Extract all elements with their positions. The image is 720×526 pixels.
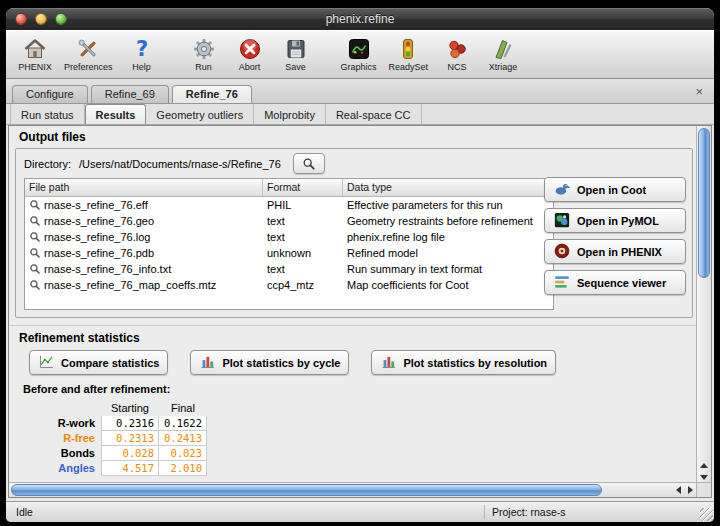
before-after-label: Before and after refinement: xyxy=(23,383,170,395)
tab-run-status[interactable]: Run status xyxy=(10,104,85,124)
save-icon xyxy=(283,36,309,62)
scroll-left-icon[interactable] xyxy=(676,486,681,494)
stat-final-value: 0.023 xyxy=(159,446,207,461)
titlebar[interactable]: phenix.refine xyxy=(6,8,714,30)
compare-statistics-button[interactable]: Compare statistics xyxy=(29,350,168,375)
toolbar-button-preferences[interactable]: Preferences xyxy=(60,35,117,73)
toolbar-label: ReadySet xyxy=(389,62,429,72)
toolbar-button-xtriage[interactable]: Xtriage xyxy=(482,35,524,73)
column-header-data-type[interactable]: Data type xyxy=(343,179,553,196)
vertical-scrollbar[interactable] xyxy=(696,126,711,482)
table-row[interactable]: rnase-s_refine_76_map_coeffs.mtz ccp4_mt… xyxy=(25,277,553,293)
open-buttons-column: Open in Coot Open in PyMOL Open in PHENI… xyxy=(544,177,686,295)
stat-label: R-work xyxy=(43,416,101,431)
browse-directory-button[interactable] xyxy=(293,153,325,174)
toolbar-button-graphics[interactable]: Graphics xyxy=(337,35,381,73)
plot-statistics-by-cycle-button[interactable]: Plot statistics by cycle xyxy=(190,350,349,375)
table-row[interactable]: rnase-s_refine_76_info.txt text Run summ… xyxy=(25,261,553,277)
close-tab-button[interactable]: × xyxy=(690,85,708,100)
file-name: rnase-s_refine_76.eff xyxy=(44,199,148,211)
file-name: rnase-s_refine_76.pdb xyxy=(44,247,154,259)
button-label: Plot statistics by resolution xyxy=(403,357,547,369)
coot-bird-icon xyxy=(553,180,571,200)
sequence-viewer-button[interactable]: Sequence viewer xyxy=(544,270,686,295)
toolbar-button-abort[interactable]: Abort xyxy=(229,35,271,73)
help-icon: ? xyxy=(129,36,155,62)
vertical-scroll-arrows xyxy=(697,463,711,480)
output-files-table: File path Format Data type rnase-s_refin… xyxy=(24,178,554,310)
horizontal-scrollbar[interactable] xyxy=(9,482,696,497)
open-in-pymol-button[interactable]: Open in PyMOL xyxy=(544,208,686,233)
table-row[interactable]: rnase-s_refine_76.pdb unknown Refined mo… xyxy=(25,245,553,261)
resize-grip[interactable] xyxy=(700,508,713,521)
tab-configure[interactable]: Configure xyxy=(12,85,88,103)
table-header-row: File path Format Data type xyxy=(25,179,553,197)
tab-refine-76[interactable]: Refine_76 xyxy=(172,85,252,103)
window-title: phenix.refine xyxy=(326,12,395,26)
section-divider xyxy=(9,325,696,326)
horizontal-scrollbar-thumb[interactable] xyxy=(11,484,602,496)
toolbar-button-phenix[interactable]: PHENIX xyxy=(14,35,56,73)
stats-row: R-free 0.2313 0.2413 xyxy=(43,431,207,446)
magnifier-icon xyxy=(29,247,41,259)
horizontal-scroll-arrows xyxy=(676,483,693,497)
toolbar-label: NCS xyxy=(448,62,467,72)
open-in-phenix-button[interactable]: Open in PHENIX xyxy=(544,239,686,264)
toolbar-button-ncs[interactable]: NCS xyxy=(436,35,478,73)
table-row[interactable]: rnase-s_refine_76.geo text Geometry rest… xyxy=(25,213,553,229)
tab-results[interactable]: Results xyxy=(85,104,147,124)
file-format: ccp4_mtz xyxy=(263,279,343,291)
file-data-type: Refined model xyxy=(343,247,553,259)
scroll-up-icon[interactable] xyxy=(700,463,708,468)
stat-final-value: 0.1622 xyxy=(159,416,207,431)
stat-label: R-free xyxy=(43,431,101,446)
refinement-statistics-heading: Refinement statistics xyxy=(19,331,140,345)
button-label: Open in PHENIX xyxy=(577,246,662,258)
directory-path: /Users/nat/Documents/rnase-s/Refine_76 xyxy=(79,158,281,170)
file-data-type: Effective parameters for this run xyxy=(343,199,553,211)
stat-starting-value: 0.2313 xyxy=(101,431,159,446)
magnifier-icon xyxy=(29,199,41,211)
stats-row: R-work 0.2316 0.1622 xyxy=(43,416,207,431)
vertical-scrollbar-thumb[interactable] xyxy=(698,128,710,278)
table-row[interactable]: rnase-s_refine_76.eff PHIL Effective par… xyxy=(25,197,553,213)
file-format: text xyxy=(263,263,343,275)
stat-starting-value: 0.028 xyxy=(101,446,159,461)
phenix-refine-window: phenix.refine PHENIX Preferences ? Help xyxy=(6,8,714,522)
stat-label: Angles xyxy=(43,461,101,476)
output-files-heading: Output files xyxy=(19,130,86,144)
pymol-icon xyxy=(553,211,571,231)
minimize-window-button[interactable] xyxy=(35,13,47,25)
close-window-button[interactable] xyxy=(15,13,27,25)
table-row[interactable]: rnase-s_refine_76.log text phenix.refine… xyxy=(25,229,553,245)
line-chart-icon xyxy=(38,353,55,372)
magnifier-icon xyxy=(302,157,316,171)
plot-statistics-by-resolution-button[interactable]: Plot statistics by resolution xyxy=(371,350,556,375)
toolbar-button-save[interactable]: Save xyxy=(275,35,317,73)
sequence-icon xyxy=(553,273,571,293)
toolbar-label: Xtriage xyxy=(489,62,518,72)
toolbar-button-readyset[interactable]: ReadySet xyxy=(385,35,433,73)
tab-real-space-cc[interactable]: Real-space CC xyxy=(326,104,422,124)
scroll-right-icon[interactable] xyxy=(688,486,693,494)
stat-label: Bonds xyxy=(43,446,101,461)
stats-row: Bonds 0.028 0.023 xyxy=(43,446,207,461)
toolbar-button-help[interactable]: ? Help xyxy=(121,35,163,73)
results-panel: Output files Directory: /Users/nat/Docum… xyxy=(8,125,712,498)
zoom-window-button[interactable] xyxy=(55,13,67,25)
tab-geometry-outliers[interactable]: Geometry outliers xyxy=(146,104,254,124)
file-data-type: phenix.refine log file xyxy=(343,231,553,243)
open-in-coot-button[interactable]: Open in Coot xyxy=(544,177,686,202)
refinement-stats-table: Starting Final R-work 0.2316 0.1622 R-fr… xyxy=(43,400,207,476)
column-header-format[interactable]: Format xyxy=(263,179,343,196)
toolbar-button-run[interactable]: Run xyxy=(183,35,225,73)
tab-refine-69[interactable]: Refine_69 xyxy=(91,85,169,103)
directory-row: Directory: /Users/nat/Documents/rnase-s/… xyxy=(16,149,692,174)
stats-row: Angles 4.517 2.010 xyxy=(43,461,207,476)
column-header-file-path[interactable]: File path xyxy=(25,179,263,196)
scroll-down-icon[interactable] xyxy=(700,475,708,480)
toolbar-label: Abort xyxy=(239,62,261,72)
column-header-final: Final xyxy=(159,400,207,416)
tools-icon xyxy=(75,36,101,62)
tab-molprobity[interactable]: Molprobity xyxy=(254,104,326,124)
